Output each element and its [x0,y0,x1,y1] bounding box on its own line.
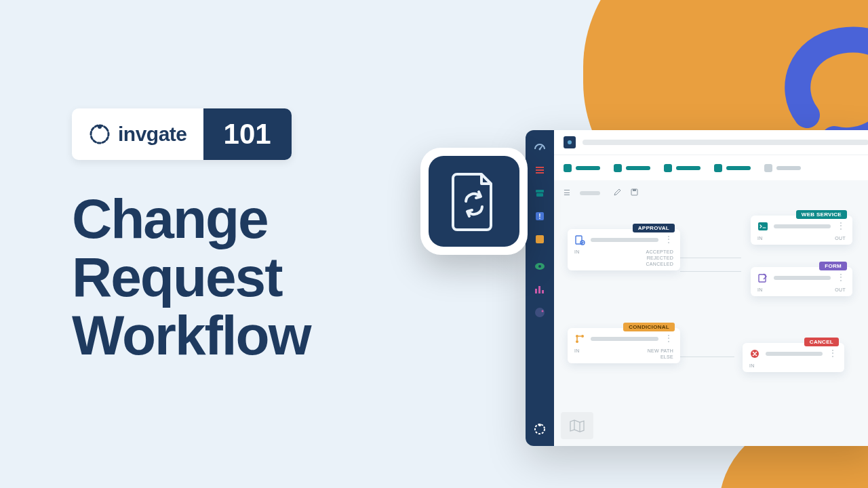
port-canceled: CANCELED [646,262,673,266]
app-window: ! ☰ [526,130,868,446]
form-icon [757,272,768,283]
brand-name: invgate [118,123,187,146]
svg-rect-14 [535,289,537,293]
port-out: OUT [835,236,846,241]
tab-item-2[interactable] [614,164,650,172]
edit-icon[interactable] [614,188,621,197]
svg-point-1 [98,125,102,129]
svg-rect-7 [536,190,544,192]
port-rejected: REJECTED [646,256,673,260]
sidebar-chart-icon[interactable] [532,282,547,297]
branch-icon [574,333,585,344]
approval-icon [574,235,585,245]
sidebar-flag-icon[interactable] [532,232,547,247]
minimap-icon[interactable] [561,412,593,439]
title-line-2: Request [72,248,310,306]
node-tag-webservice: WEB SERVICE [796,210,847,219]
node-tag-approval: APPROVAL [633,224,675,232]
brand-badge: invgate 101 [72,108,292,160]
connector [680,357,734,357]
node-menu-icon[interactable]: ⋮ [664,337,673,341]
sidebar-archive-icon[interactable] [532,186,547,201]
menu-icon[interactable]: ☰ [564,188,570,197]
node-tag-cancel: CANCEL [804,338,839,346]
app-header [554,130,868,155]
tab-item-4[interactable] [714,164,751,172]
svg-line-3 [540,146,542,149]
svg-point-18 [542,310,544,312]
port-in: IN [574,348,580,359]
sidebar-alert-icon[interactable]: ! [532,209,547,224]
port-accepted: ACCEPTED [646,249,673,254]
node-tag-conditional: CONDICIONAL [623,323,675,331]
terminal-icon [757,221,768,232]
workflow-canvas[interactable]: ☰ APPROVAL [554,180,868,446]
svg-point-17 [535,308,545,317]
workflow-node-webservice[interactable]: WEB SERVICE ⋮ IN OUT [751,216,852,245]
port-out: OUT [835,287,846,292]
sidebar-brand-icon[interactable] [532,305,547,320]
port-in: IN [749,363,755,368]
document-refresh-icon [449,171,499,231]
sidebar-logo-icon[interactable] [532,422,547,436]
svg-rect-15 [538,286,540,293]
node-menu-icon[interactable]: ⋮ [828,352,837,356]
save-icon[interactable] [631,188,638,197]
canvas-toolbar: ☰ [564,188,868,197]
sidebar-dashboard-icon[interactable] [532,140,547,155]
app-main: ☰ APPROVAL [554,130,868,446]
tab-item-3[interactable] [664,164,701,172]
svg-point-29 [581,335,584,338]
svg-point-27 [576,335,578,338]
connector [680,271,741,272]
feature-icon-card [420,148,528,255]
app-sidebar: ! [526,130,554,446]
svg-text:!: ! [538,213,540,220]
svg-rect-11 [536,235,544,243]
sidebar-list-icon[interactable] [532,163,547,178]
workflow-node-cancel[interactable]: CANCEL ⋮ IN [743,343,844,372]
svg-point-28 [576,340,578,343]
svg-rect-22 [633,189,636,191]
node-menu-icon[interactable]: ⋮ [836,224,846,228]
svg-rect-16 [542,290,544,293]
tab-item-active[interactable] [564,164,600,172]
workflow-node-conditional[interactable]: CONDICIONAL ⋮ IN NEW PATH ELSE [568,328,680,363]
tab-item-5[interactable] [764,164,801,172]
port-in: IN [574,249,580,266]
badge-number: 101 [203,108,292,160]
title-line-3: Workflow [72,306,310,365]
workflow-node-approval[interactable]: APPROVAL ⋮ IN ACCEPTED REJECTED CA [568,229,680,270]
svg-rect-25 [758,222,768,230]
page-title: Change Request Workflow [72,190,310,365]
port-else: ELSE [648,354,673,359]
node-menu-icon[interactable]: ⋮ [664,238,673,242]
header-app-icon [564,136,576,148]
node-menu-icon[interactable]: ⋮ [836,276,846,280]
header-address-bar[interactable] [583,140,868,145]
cancel-icon [749,348,760,359]
workflow-node-form[interactable]: FORM ⋮ IN OUT [751,267,852,296]
svg-rect-8 [536,193,543,197]
feature-icon-bg [429,156,519,247]
app-tabs [554,155,868,180]
toolbar-title-placeholder [580,191,600,195]
port-in: IN [757,236,763,241]
node-tag-form: FORM [819,262,847,270]
port-in: IN [757,287,763,292]
port-newpath: NEW PATH [648,348,673,353]
connector [680,258,741,258]
brand-logo-icon [88,123,111,146]
title-line-1: Change [72,190,310,248]
brand-logo-area: invgate [72,108,203,160]
sidebar-money-icon[interactable] [532,259,547,274]
svg-point-20 [538,424,541,426]
svg-point-13 [538,265,541,268]
